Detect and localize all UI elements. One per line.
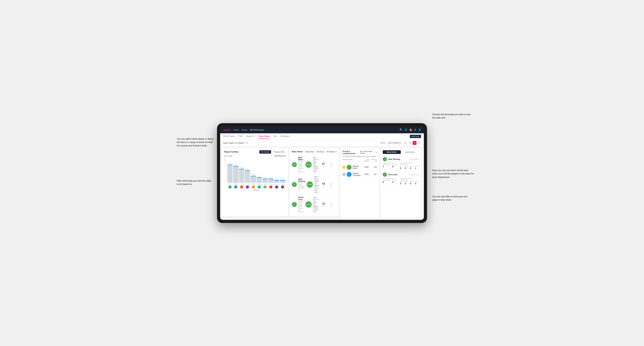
shot-player-info: Matt Miller 09 Jun 2023 · Royal North De… bbox=[298, 156, 304, 173]
app-col: APP 0 bbox=[405, 166, 408, 170]
grid-view-btn[interactable]: ⊞ bbox=[404, 141, 408, 145]
putt-col: PUTT 1 bbox=[415, 166, 418, 170]
bar-group: 2 bbox=[280, 178, 285, 183]
scoring-panel: Scoring Par 3, 4 & 5s ▾ All Players ▾ Ea… bbox=[422, 148, 424, 218]
user-avatar-icon[interactable]: 👤 bbox=[418, 128, 421, 131]
app-val: 0 bbox=[405, 167, 408, 170]
bell-icon[interactable]: 🔔 bbox=[409, 128, 412, 131]
bar[interactable] bbox=[239, 169, 244, 183]
all-players-dropdown[interactable]: All Players ▾ bbox=[327, 151, 336, 153]
edit-icon[interactable]: ✏️ bbox=[246, 142, 248, 144]
player-avatar: B bbox=[227, 185, 232, 188]
avatar-circle: G bbox=[258, 185, 261, 188]
tablet-screen: clippd Home Teams My Performance 🔍 👤 🔔 ⊕… bbox=[220, 126, 424, 220]
x-label: B. Britt bbox=[233, 183, 238, 185]
player-avatars: BBDJEGRMEL bbox=[226, 185, 286, 188]
bar-group: 3 bbox=[262, 177, 268, 183]
shot-player-name: David Ford bbox=[298, 196, 304, 200]
shot-stat-value: 43 bbox=[322, 182, 325, 185]
bar-chart: 1312109543322 bbox=[226, 158, 286, 183]
arg-col: ARG 0 bbox=[410, 166, 413, 170]
subnav-tour[interactable]: Tour bbox=[273, 134, 277, 139]
shot-player-info: Blair McHarg 23 Jul 2023 · Ashridge GC, … bbox=[298, 178, 305, 191]
shot-player-info: David Ford 24 Aug 2023 · Royal North Dev… bbox=[298, 196, 304, 213]
subnav-pgat[interactable]: PGAT Players bbox=[223, 134, 235, 139]
shot-stat-zero: 0yds bbox=[328, 162, 334, 167]
shot-stat-label: yds bbox=[322, 185, 324, 187]
practice-col: Practice 6 bbox=[392, 164, 397, 168]
card-view-btn[interactable]: ♥ bbox=[413, 141, 416, 145]
nav-home[interactable]: Home bbox=[234, 128, 239, 132]
gtt-val: 0 bbox=[400, 167, 403, 170]
leaderboard-avatar bbox=[347, 172, 352, 177]
arg-col: ARG 0 bbox=[410, 181, 413, 185]
on-course-label: On Course bbox=[224, 155, 232, 157]
plus-circle-icon[interactable]: ⊕ bbox=[414, 128, 416, 131]
bar[interactable] bbox=[227, 165, 232, 183]
top-nav: clippd Home Teams My Performance 🔍 👤 🔔 ⊕… bbox=[220, 126, 424, 133]
bar[interactable] bbox=[268, 178, 274, 183]
bar[interactable] bbox=[245, 170, 250, 183]
total-rounds-group: Total Rounds Tournament 8 Practice 4 bbox=[383, 178, 397, 185]
gtt-label: GTT bbox=[400, 166, 403, 167]
chevron-right-icon[interactable]: › bbox=[336, 163, 337, 166]
bar-value-label: 12 bbox=[235, 164, 236, 166]
bar[interactable] bbox=[280, 180, 285, 183]
bar-group: 4 bbox=[256, 175, 262, 183]
bar-highlight bbox=[239, 169, 244, 169]
subnav-all-players[interactable]: All Players bbox=[280, 134, 290, 139]
add-to-all-button[interactable]: Add To All bbox=[410, 135, 421, 138]
most-active-panel: Most Active Least Active B Blair McHarg … bbox=[380, 148, 421, 218]
player-avatar: J bbox=[245, 185, 250, 188]
chevron-right-icon[interactable]: › bbox=[336, 183, 337, 186]
x-axis-title: Players bbox=[226, 189, 286, 191]
least-active-tab[interactable]: Least Active bbox=[401, 150, 419, 154]
person-icon[interactable]: 👤 bbox=[404, 128, 407, 131]
search-icon[interactable]: 🔍 bbox=[400, 128, 402, 131]
nav-icons: 🔍 👤 🔔 ⊕ 👤 bbox=[400, 128, 421, 131]
on-course-toggle[interactable]: On Course bbox=[259, 150, 271, 154]
bar-highlight bbox=[280, 180, 285, 180]
list-view-btn[interactable]: ☰ bbox=[408, 141, 412, 145]
active-player-avatar: R bbox=[383, 173, 387, 177]
bar[interactable] bbox=[274, 180, 279, 183]
shot-stat-zero-label: yds bbox=[330, 165, 332, 167]
subnav-pga[interactable]: PGA bbox=[238, 134, 242, 139]
bar-value-label: 4 bbox=[259, 175, 260, 177]
tournament-label: Tournament bbox=[383, 164, 390, 166]
avatar-circle: R bbox=[264, 185, 266, 188]
bar[interactable] bbox=[233, 166, 238, 183]
all-shots-btn[interactable]: All Shots bbox=[316, 150, 325, 153]
leaderboard-avg: 107 bbox=[370, 173, 377, 175]
gtt-col: GTT 0 bbox=[400, 166, 403, 170]
bar[interactable] bbox=[262, 178, 268, 183]
subnav-team-clippd[interactable]: Team Clippd bbox=[258, 134, 270, 139]
chevron-down-icon: ▾ bbox=[336, 151, 336, 153]
filter-view-btn[interactable]: ☰ bbox=[417, 141, 421, 145]
nav-teams[interactable]: Teams bbox=[242, 128, 247, 132]
shot-card: M Matt Miller 09 Jun 2023 · Royal North … bbox=[292, 155, 337, 174]
shot-stat-dist: 67yds bbox=[320, 162, 327, 167]
chart-filter-dropdown[interactable]: Total Rounds ▾ bbox=[274, 155, 286, 157]
putt-label: PUTT bbox=[415, 181, 418, 182]
practice-drills-toggle[interactable]: Practice Drills bbox=[272, 150, 286, 154]
shot-dist: Shot Dist: 16 yds bbox=[313, 197, 319, 202]
rounds-cols: Tournament 7 Practice 6 bbox=[383, 164, 397, 168]
bar[interactable] bbox=[256, 177, 262, 183]
best-shots-btn[interactable]: Best Shots bbox=[304, 150, 316, 153]
leaderboard-title: Practice Leaderboards bbox=[342, 150, 360, 155]
time-filter-dropdown[interactable]: Last 3 months ▾ bbox=[386, 141, 402, 145]
chevron-right-icon[interactable]: › bbox=[336, 203, 337, 206]
x-label: J. Coles bbox=[245, 183, 250, 185]
x-label: G. Billingham bbox=[256, 183, 262, 185]
annotation-top-right: Choose the timescale you wish to see the… bbox=[432, 113, 471, 120]
bar-value-label: 13 bbox=[229, 163, 231, 164]
most-active-tab[interactable]: Most Active bbox=[383, 150, 401, 154]
shot-end-lie: End Lie: In The Hole bbox=[314, 186, 319, 193]
bar[interactable] bbox=[250, 176, 256, 183]
active-players: B Blair McHarg 26 Aug 2023 Total Rounds … bbox=[383, 156, 418, 186]
nav-my-performance[interactable]: My Performance bbox=[250, 128, 264, 132]
leaderboard-filter[interactable]: PUTT Must Make Putting... ▾ bbox=[360, 151, 377, 154]
subnav-hcaps[interactable]: Hcaps 1-5 bbox=[246, 134, 255, 139]
active-player-card: R Rees Britt 02 Sep 2023 Total Rounds To… bbox=[383, 171, 418, 186]
